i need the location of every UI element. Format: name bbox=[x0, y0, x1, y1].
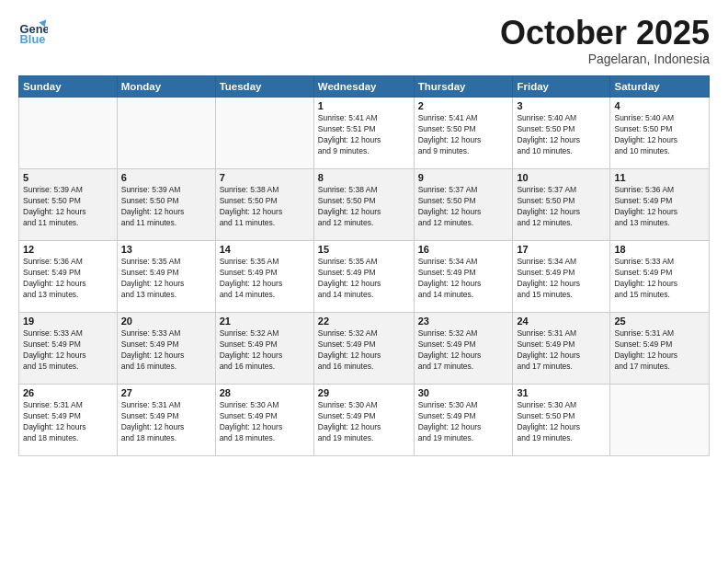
weekday-header-friday: Friday bbox=[513, 76, 610, 98]
calendar-cell: 29Sunrise: 5:30 AM Sunset: 5:49 PM Dayli… bbox=[313, 385, 414, 456]
day-info: Sunrise: 5:34 AM Sunset: 5:49 PM Dayligh… bbox=[418, 257, 509, 301]
day-number: 29 bbox=[318, 387, 410, 398]
day-number: 10 bbox=[517, 172, 606, 183]
weekday-header-row: SundayMondayTuesdayWednesdayThursdayFrid… bbox=[19, 76, 710, 98]
day-number: 19 bbox=[23, 316, 113, 327]
calendar-table: SundayMondayTuesdayWednesdayThursdayFrid… bbox=[18, 75, 710, 456]
day-number: 4 bbox=[614, 100, 705, 111]
day-info: Sunrise: 5:33 AM Sunset: 5:49 PM Dayligh… bbox=[614, 257, 705, 301]
calendar-cell: 15Sunrise: 5:35 AM Sunset: 5:49 PM Dayli… bbox=[313, 241, 414, 313]
calendar-cell: 13Sunrise: 5:35 AM Sunset: 5:49 PM Dayli… bbox=[117, 241, 215, 313]
day-info: Sunrise: 5:34 AM Sunset: 5:49 PM Dayligh… bbox=[517, 257, 606, 301]
day-info: Sunrise: 5:33 AM Sunset: 5:49 PM Dayligh… bbox=[23, 328, 113, 373]
day-info: Sunrise: 5:36 AM Sunset: 5:49 PM Dayligh… bbox=[614, 185, 705, 229]
day-number: 24 bbox=[517, 316, 606, 327]
day-info: Sunrise: 5:30 AM Sunset: 5:49 PM Dayligh… bbox=[220, 400, 310, 444]
calendar-cell: 31Sunrise: 5:30 AM Sunset: 5:50 PM Dayli… bbox=[513, 385, 610, 456]
page-header: General Blue October 2025 Pagelaran, Ind… bbox=[18, 17, 710, 66]
day-info: Sunrise: 5:31 AM Sunset: 5:49 PM Dayligh… bbox=[614, 328, 705, 373]
day-number: 25 bbox=[614, 316, 705, 327]
calendar-week-4: 26Sunrise: 5:31 AM Sunset: 5:49 PM Dayli… bbox=[19, 385, 710, 456]
day-info: Sunrise: 5:38 AM Sunset: 5:50 PM Dayligh… bbox=[220, 185, 310, 229]
day-number: 8 bbox=[318, 172, 410, 183]
day-info: Sunrise: 5:41 AM Sunset: 5:50 PM Dayligh… bbox=[418, 113, 509, 157]
calendar-cell bbox=[117, 98, 215, 169]
day-number: 22 bbox=[318, 316, 410, 327]
day-info: Sunrise: 5:40 AM Sunset: 5:50 PM Dayligh… bbox=[614, 113, 705, 157]
logo: General Blue bbox=[18, 17, 48, 46]
day-info: Sunrise: 5:39 AM Sunset: 5:50 PM Dayligh… bbox=[23, 185, 113, 229]
day-info: Sunrise: 5:35 AM Sunset: 5:49 PM Dayligh… bbox=[318, 257, 410, 301]
calendar-cell: 27Sunrise: 5:31 AM Sunset: 5:49 PM Dayli… bbox=[117, 385, 215, 456]
calendar-cell bbox=[610, 385, 710, 456]
day-info: Sunrise: 5:37 AM Sunset: 5:50 PM Dayligh… bbox=[517, 185, 606, 229]
weekday-header-tuesday: Tuesday bbox=[215, 76, 313, 98]
calendar-cell: 25Sunrise: 5:31 AM Sunset: 5:49 PM Dayli… bbox=[610, 313, 710, 385]
calendar-week-0: 1Sunrise: 5:41 AM Sunset: 5:51 PM Daylig… bbox=[19, 98, 710, 169]
day-info: Sunrise: 5:32 AM Sunset: 5:49 PM Dayligh… bbox=[418, 328, 509, 373]
calendar-cell: 4Sunrise: 5:40 AM Sunset: 5:50 PM Daylig… bbox=[610, 98, 710, 169]
calendar-cell: 22Sunrise: 5:32 AM Sunset: 5:49 PM Dayli… bbox=[313, 313, 414, 385]
calendar-cell: 9Sunrise: 5:37 AM Sunset: 5:50 PM Daylig… bbox=[414, 169, 513, 241]
title-block: October 2025 Pagelaran, Indonesia bbox=[500, 17, 710, 66]
day-info: Sunrise: 5:31 AM Sunset: 5:49 PM Dayligh… bbox=[23, 400, 113, 444]
day-number: 23 bbox=[418, 316, 509, 327]
day-number: 21 bbox=[220, 316, 310, 327]
calendar-cell: 7Sunrise: 5:38 AM Sunset: 5:50 PM Daylig… bbox=[215, 169, 313, 241]
day-info: Sunrise: 5:39 AM Sunset: 5:50 PM Dayligh… bbox=[121, 185, 211, 229]
day-info: Sunrise: 5:31 AM Sunset: 5:49 PM Dayligh… bbox=[121, 400, 211, 444]
day-info: Sunrise: 5:30 AM Sunset: 5:49 PM Dayligh… bbox=[318, 400, 410, 444]
day-info: Sunrise: 5:35 AM Sunset: 5:49 PM Dayligh… bbox=[121, 257, 211, 301]
calendar-week-2: 12Sunrise: 5:36 AM Sunset: 5:49 PM Dayli… bbox=[19, 241, 710, 313]
day-info: Sunrise: 5:35 AM Sunset: 5:49 PM Dayligh… bbox=[220, 257, 310, 301]
logo-icon: General Blue bbox=[18, 17, 48, 46]
calendar-cell: 24Sunrise: 5:31 AM Sunset: 5:49 PM Dayli… bbox=[513, 313, 610, 385]
day-info: Sunrise: 5:31 AM Sunset: 5:49 PM Dayligh… bbox=[517, 328, 606, 373]
day-number: 3 bbox=[517, 100, 606, 111]
weekday-header-sunday: Sunday bbox=[19, 76, 118, 98]
day-info: Sunrise: 5:30 AM Sunset: 5:49 PM Dayligh… bbox=[418, 400, 509, 444]
weekday-header-saturday: Saturday bbox=[610, 76, 710, 98]
day-number: 7 bbox=[220, 172, 310, 183]
calendar-cell: 2Sunrise: 5:41 AM Sunset: 5:50 PM Daylig… bbox=[414, 98, 513, 169]
calendar-cell: 12Sunrise: 5:36 AM Sunset: 5:49 PM Dayli… bbox=[19, 241, 118, 313]
day-number: 17 bbox=[517, 244, 606, 255]
calendar-cell bbox=[19, 98, 118, 169]
day-number: 6 bbox=[121, 172, 211, 183]
calendar-cell: 28Sunrise: 5:30 AM Sunset: 5:49 PM Dayli… bbox=[215, 385, 313, 456]
calendar-cell: 23Sunrise: 5:32 AM Sunset: 5:49 PM Dayli… bbox=[414, 313, 513, 385]
day-number: 27 bbox=[121, 387, 211, 398]
month-title: October 2025 bbox=[500, 17, 710, 50]
calendar-cell: 10Sunrise: 5:37 AM Sunset: 5:50 PM Dayli… bbox=[513, 169, 610, 241]
day-info: Sunrise: 5:32 AM Sunset: 5:49 PM Dayligh… bbox=[220, 328, 310, 373]
day-number: 12 bbox=[23, 244, 113, 255]
calendar-week-3: 19Sunrise: 5:33 AM Sunset: 5:49 PM Dayli… bbox=[19, 313, 710, 385]
day-number: 5 bbox=[23, 172, 113, 183]
day-number: 20 bbox=[121, 316, 211, 327]
day-number: 14 bbox=[220, 244, 310, 255]
weekday-header-monday: Monday bbox=[117, 76, 215, 98]
day-number: 13 bbox=[121, 244, 211, 255]
calendar-cell: 16Sunrise: 5:34 AM Sunset: 5:49 PM Dayli… bbox=[414, 241, 513, 313]
weekday-header-wednesday: Wednesday bbox=[313, 76, 414, 98]
calendar-cell: 17Sunrise: 5:34 AM Sunset: 5:49 PM Dayli… bbox=[513, 241, 610, 313]
day-number: 1 bbox=[318, 100, 410, 111]
calendar-cell: 3Sunrise: 5:40 AM Sunset: 5:50 PM Daylig… bbox=[513, 98, 610, 169]
day-info: Sunrise: 5:38 AM Sunset: 5:50 PM Dayligh… bbox=[318, 185, 410, 229]
calendar-cell: 19Sunrise: 5:33 AM Sunset: 5:49 PM Dayli… bbox=[19, 313, 118, 385]
day-number: 9 bbox=[418, 172, 509, 183]
day-number: 31 bbox=[517, 387, 606, 398]
calendar-cell: 20Sunrise: 5:33 AM Sunset: 5:49 PM Dayli… bbox=[117, 313, 215, 385]
calendar-cell: 5Sunrise: 5:39 AM Sunset: 5:50 PM Daylig… bbox=[19, 169, 118, 241]
calendar-cell: 18Sunrise: 5:33 AM Sunset: 5:49 PM Dayli… bbox=[610, 241, 710, 313]
day-info: Sunrise: 5:37 AM Sunset: 5:50 PM Dayligh… bbox=[418, 185, 509, 229]
day-number: 18 bbox=[614, 244, 705, 255]
svg-text:Blue: Blue bbox=[20, 32, 46, 46]
day-info: Sunrise: 5:41 AM Sunset: 5:51 PM Dayligh… bbox=[318, 113, 410, 157]
day-number: 28 bbox=[220, 387, 310, 398]
day-info: Sunrise: 5:30 AM Sunset: 5:50 PM Dayligh… bbox=[517, 400, 606, 444]
calendar-cell: 21Sunrise: 5:32 AM Sunset: 5:49 PM Dayli… bbox=[215, 313, 313, 385]
weekday-header-thursday: Thursday bbox=[414, 76, 513, 98]
calendar-cell: 8Sunrise: 5:38 AM Sunset: 5:50 PM Daylig… bbox=[313, 169, 414, 241]
calendar-cell: 30Sunrise: 5:30 AM Sunset: 5:49 PM Dayli… bbox=[414, 385, 513, 456]
